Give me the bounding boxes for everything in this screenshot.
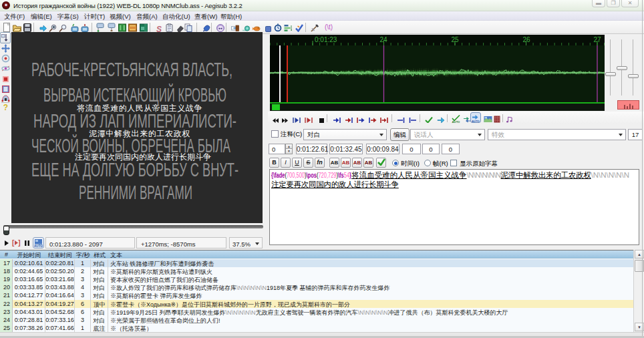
svg-text:AUTO: AUTO: [472, 120, 480, 122]
svg-text:24: 24: [379, 36, 387, 43]
svg-text:27: 27: [593, 36, 601, 43]
svg-text:AUTO: AUTO: [34, 244, 43, 247]
svg-text:26: 26: [522, 36, 530, 43]
svg-text:AUTO: AUTO: [452, 120, 460, 124]
svg-text:25: 25: [451, 36, 459, 43]
svg-text:0:01:23: 0:01:23: [315, 36, 337, 43]
